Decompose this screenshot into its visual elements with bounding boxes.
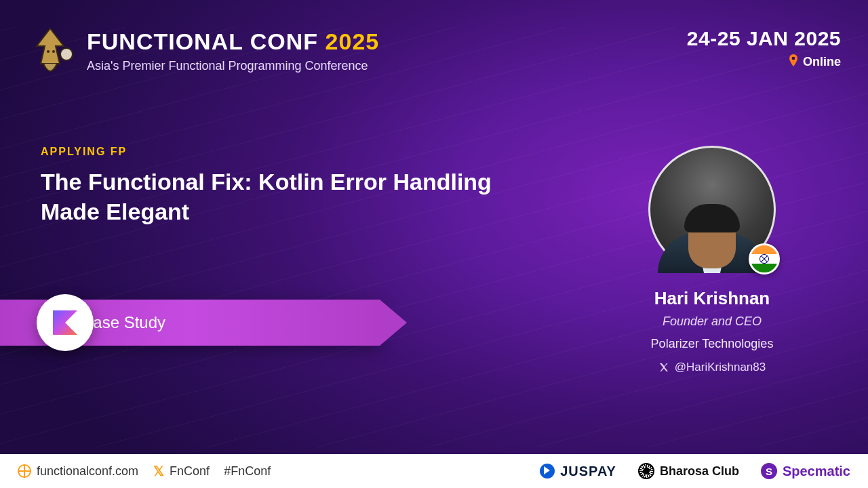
footer-social-handle: FnConf — [170, 464, 210, 479]
footer-website-text: functionalconf.com — [37, 464, 138, 479]
event-mode-label: Online — [803, 55, 841, 69]
conference-title: FUNCTIONAL CONF 2025 — [87, 28, 379, 55]
conference-tagline: Asia's Premier Functional Programming Co… — [87, 59, 379, 73]
svg-point-3 — [792, 57, 795, 60]
footer-hashtag: #FnConf — [224, 464, 271, 479]
kotlin-icon — [50, 308, 80, 338]
globe-icon — [18, 464, 31, 478]
footer-sponsors: JUSPAY Bharosa Club S Specmatic — [540, 463, 850, 479]
footer-social: 𝕏 FnConf #FnConf — [153, 463, 271, 479]
session-type-label: Case Study — [81, 313, 165, 332]
footer-left: functionalconf.com 𝕏 FnConf #FnConf — [18, 463, 271, 479]
juspay-logo-icon — [540, 464, 555, 479]
sponsor-name: JUSPAY — [560, 464, 616, 479]
svg-point-2 — [52, 50, 55, 53]
speaker-block: Hari Krishnan Founder and CEO Polarizer … — [583, 146, 841, 375]
brand-block: FUNCTIONAL CONF 2025 Asia's Premier Func… — [26, 27, 379, 81]
location-pin-icon — [788, 54, 799, 70]
speaker-handle: @HariKrishnan83 — [675, 361, 766, 374]
header: FUNCTIONAL CONF 2025 Asia's Premier Func… — [26, 27, 841, 81]
svg-point-1 — [47, 50, 50, 53]
footer-bar: functionalconf.com 𝕏 FnConf #FnConf JUSP… — [0, 454, 868, 488]
x-twitter-icon: 𝕏 — [153, 463, 164, 479]
language-badge — [37, 294, 94, 351]
x-twitter-icon — [658, 362, 669, 373]
speaker-org: Polarizer Technologies — [583, 337, 841, 351]
track-label: APPLYING FP — [41, 146, 556, 158]
footer-website: functionalconf.com — [18, 464, 138, 479]
sponsor-name: Specmatic — [783, 464, 850, 479]
sponsor-juspay: JUSPAY — [540, 464, 616, 479]
conference-name: FUNCTIONAL CONF — [87, 28, 326, 54]
bharosa-logo-icon — [638, 463, 654, 479]
brand-text: FUNCTIONAL CONF 2025 Asia's Premier Func… — [87, 27, 379, 73]
sponsor-specmatic: S Specmatic — [761, 463, 850, 479]
conference-year: 2025 — [326, 28, 380, 54]
event-dates: 24-25 JAN 2025 — [687, 27, 841, 50]
country-flag-icon — [749, 243, 780, 274]
svg-point-0 — [60, 48, 73, 60]
dates-block: 24-25 JAN 2025 Online — [687, 27, 841, 70]
sponsor-bharosa: Bharosa Club — [638, 463, 739, 479]
specmatic-logo-icon: S — [761, 463, 777, 479]
speaker-name: Hari Krishnan — [583, 288, 841, 309]
speaker-avatar-wrap — [648, 146, 776, 273]
slide-root: FUNCTIONAL CONF 2025 Asia's Premier Func… — [0, 0, 868, 488]
speaker-role: Founder and CEO — [583, 314, 841, 329]
speaker-social: @HariKrishnan83 — [658, 361, 766, 374]
talk-title: The Functional Fix: Kotlin Error Handlin… — [41, 167, 502, 226]
wizard-logo-icon — [26, 27, 75, 81]
event-mode: Online — [788, 54, 841, 70]
sponsor-name: Bharosa Club — [660, 464, 739, 479]
